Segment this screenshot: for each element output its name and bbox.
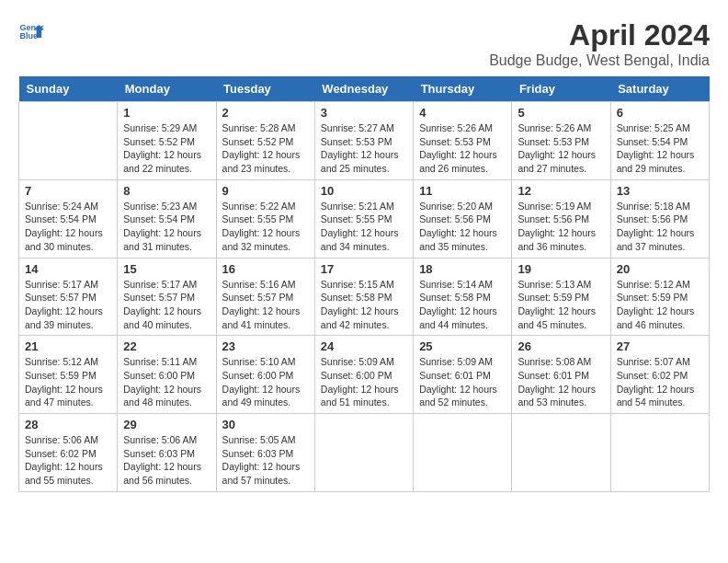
- calendar-cell: 10Sunrise: 5:21 AM Sunset: 5:55 PM Dayli…: [314, 179, 413, 258]
- weekday-header-thursday: Thursday: [414, 76, 512, 102]
- day-info: Sunrise: 5:23 AM Sunset: 5:54 PM Dayligh…: [123, 200, 210, 254]
- calendar-cell: [314, 414, 413, 492]
- day-number: 24: [321, 339, 407, 353]
- day-info: Sunrise: 5:12 AM Sunset: 5:59 PM Dayligh…: [25, 355, 111, 409]
- calendar-cell: 15Sunrise: 5:17 AM Sunset: 5:57 PM Dayli…: [118, 258, 216, 336]
- calendar-cell: [512, 414, 610, 492]
- day-info: Sunrise: 5:05 AM Sunset: 6:03 PM Dayligh…: [222, 433, 309, 488]
- day-info: Sunrise: 5:11 AM Sunset: 6:00 PM Dayligh…: [123, 355, 210, 409]
- day-info: Sunrise: 5:29 AM Sunset: 5:52 PM Dayligh…: [123, 121, 210, 176]
- day-number: 22: [123, 339, 210, 353]
- day-number: 26: [518, 339, 604, 353]
- header: General Blue April 2024 Budge Budge, Wes…: [18, 18, 710, 69]
- day-info: Sunrise: 5:19 AM Sunset: 5:56 PM Dayligh…: [518, 200, 604, 254]
- day-number: 25: [419, 339, 506, 353]
- day-info: Sunrise: 5:06 AM Sunset: 6:03 PM Dayligh…: [123, 433, 210, 488]
- day-number: 11: [419, 184, 506, 198]
- calendar-cell: 6Sunrise: 5:25 AM Sunset: 5:54 PM Daylig…: [610, 102, 709, 180]
- day-info: Sunrise: 5:18 AM Sunset: 5:56 PM Dayligh…: [617, 200, 703, 254]
- logo: General Blue: [18, 18, 44, 44]
- day-number: 2: [222, 106, 309, 120]
- weekday-header-sunday: Sunday: [19, 76, 118, 102]
- calendar-cell: 9Sunrise: 5:22 AM Sunset: 5:55 PM Daylig…: [216, 179, 314, 258]
- calendar-cell: [19, 102, 118, 180]
- calendar-cell: 24Sunrise: 5:09 AM Sunset: 6:00 PM Dayli…: [314, 336, 413, 414]
- subtitle: Budge Budge, West Bengal, India: [489, 52, 710, 69]
- calendar-cell: 23Sunrise: 5:10 AM Sunset: 6:00 PM Dayli…: [216, 336, 314, 414]
- calendar-cell: [414, 414, 512, 492]
- calendar-cell: 2Sunrise: 5:28 AM Sunset: 5:52 PM Daylig…: [216, 102, 314, 180]
- day-info: Sunrise: 5:25 AM Sunset: 5:54 PM Dayligh…: [617, 121, 703, 176]
- day-info: Sunrise: 5:21 AM Sunset: 5:55 PM Dayligh…: [321, 200, 407, 254]
- day-info: Sunrise: 5:07 AM Sunset: 6:02 PM Dayligh…: [617, 355, 703, 409]
- weekday-header-friday: Friday: [512, 76, 610, 102]
- calendar-cell: 11Sunrise: 5:20 AM Sunset: 5:56 PM Dayli…: [414, 179, 512, 258]
- weekday-header-monday: Monday: [118, 76, 216, 102]
- day-info: Sunrise: 5:28 AM Sunset: 5:52 PM Dayligh…: [222, 121, 309, 176]
- day-number: 10: [321, 184, 407, 198]
- calendar-cell: 16Sunrise: 5:16 AM Sunset: 5:57 PM Dayli…: [216, 258, 314, 336]
- calendar-cell: 5Sunrise: 5:26 AM Sunset: 5:53 PM Daylig…: [512, 102, 610, 180]
- weekday-header-wednesday: Wednesday: [314, 76, 413, 102]
- day-number: 13: [617, 184, 703, 198]
- day-info: Sunrise: 5:24 AM Sunset: 5:54 PM Dayligh…: [25, 200, 111, 254]
- day-number: 20: [617, 262, 703, 276]
- calendar-cell: 3Sunrise: 5:27 AM Sunset: 5:53 PM Daylig…: [314, 102, 413, 180]
- calendar-cell: 19Sunrise: 5:13 AM Sunset: 5:59 PM Dayli…: [512, 258, 610, 336]
- weekday-header-saturday: Saturday: [610, 76, 709, 102]
- day-number: 12: [518, 184, 604, 198]
- day-info: Sunrise: 5:13 AM Sunset: 5:59 PM Dayligh…: [518, 278, 604, 332]
- week-row-4: 28Sunrise: 5:06 AM Sunset: 6:02 PM Dayli…: [19, 414, 710, 492]
- day-info: Sunrise: 5:26 AM Sunset: 5:53 PM Dayligh…: [518, 121, 604, 176]
- calendar-cell: 14Sunrise: 5:17 AM Sunset: 5:57 PM Dayli…: [19, 258, 118, 336]
- calendar-cell: 13Sunrise: 5:18 AM Sunset: 5:56 PM Dayli…: [610, 179, 709, 258]
- day-number: 21: [25, 339, 111, 353]
- day-number: 28: [25, 418, 111, 431]
- weekday-header-tuesday: Tuesday: [216, 76, 314, 102]
- calendar-cell: 27Sunrise: 5:07 AM Sunset: 6:02 PM Dayli…: [610, 336, 709, 414]
- calendar-table: SundayMondayTuesdayWednesdayThursdayFrid…: [18, 76, 710, 492]
- day-info: Sunrise: 5:09 AM Sunset: 6:00 PM Dayligh…: [321, 355, 407, 409]
- day-info: Sunrise: 5:16 AM Sunset: 5:57 PM Dayligh…: [222, 278, 309, 332]
- day-info: Sunrise: 5:20 AM Sunset: 5:56 PM Dayligh…: [419, 200, 506, 254]
- week-row-2: 14Sunrise: 5:17 AM Sunset: 5:57 PM Dayli…: [19, 258, 710, 336]
- calendar-cell: 20Sunrise: 5:12 AM Sunset: 5:59 PM Dayli…: [610, 258, 709, 336]
- calendar-cell: 7Sunrise: 5:24 AM Sunset: 5:54 PM Daylig…: [19, 179, 118, 258]
- day-number: 3: [321, 106, 407, 120]
- day-number: 17: [321, 262, 407, 276]
- day-info: Sunrise: 5:06 AM Sunset: 6:02 PM Dayligh…: [25, 433, 111, 488]
- day-number: 29: [123, 418, 210, 431]
- day-info: Sunrise: 5:17 AM Sunset: 5:57 PM Dayligh…: [123, 278, 210, 332]
- day-number: 7: [25, 184, 111, 198]
- day-number: 19: [518, 262, 604, 276]
- week-row-1: 7Sunrise: 5:24 AM Sunset: 5:54 PM Daylig…: [19, 179, 710, 258]
- day-info: Sunrise: 5:26 AM Sunset: 5:53 PM Dayligh…: [419, 121, 506, 176]
- day-number: 23: [222, 339, 309, 353]
- calendar-cell: 17Sunrise: 5:15 AM Sunset: 5:58 PM Dayli…: [314, 258, 413, 336]
- day-number: 6: [617, 106, 703, 120]
- day-info: Sunrise: 5:08 AM Sunset: 6:01 PM Dayligh…: [518, 355, 604, 409]
- day-number: 30: [222, 418, 309, 431]
- calendar-cell: 18Sunrise: 5:14 AM Sunset: 5:58 PM Dayli…: [414, 258, 512, 336]
- day-number: 4: [419, 106, 506, 120]
- day-info: Sunrise: 5:12 AM Sunset: 5:59 PM Dayligh…: [617, 278, 703, 332]
- page-container: General Blue April 2024 Budge Budge, Wes…: [18, 18, 710, 492]
- main-title: April 2024: [489, 18, 710, 52]
- day-info: Sunrise: 5:14 AM Sunset: 5:58 PM Dayligh…: [419, 278, 506, 332]
- calendar-cell: 8Sunrise: 5:23 AM Sunset: 5:54 PM Daylig…: [118, 179, 216, 258]
- week-row-3: 21Sunrise: 5:12 AM Sunset: 5:59 PM Dayli…: [19, 336, 710, 414]
- calendar-cell: [610, 414, 709, 492]
- day-number: 15: [123, 262, 210, 276]
- calendar-cell: 22Sunrise: 5:11 AM Sunset: 6:00 PM Dayli…: [118, 336, 216, 414]
- day-info: Sunrise: 5:15 AM Sunset: 5:58 PM Dayligh…: [321, 278, 407, 332]
- day-info: Sunrise: 5:10 AM Sunset: 6:00 PM Dayligh…: [222, 355, 309, 409]
- weekday-header-row: SundayMondayTuesdayWednesdayThursdayFrid…: [19, 76, 710, 102]
- day-number: 9: [222, 184, 309, 198]
- calendar-cell: 1Sunrise: 5:29 AM Sunset: 5:52 PM Daylig…: [118, 102, 216, 180]
- day-number: 14: [25, 262, 111, 276]
- calendar-cell: 26Sunrise: 5:08 AM Sunset: 6:01 PM Dayli…: [512, 336, 610, 414]
- day-number: 1: [123, 106, 210, 120]
- calendar-cell: 12Sunrise: 5:19 AM Sunset: 5:56 PM Dayli…: [512, 179, 610, 258]
- calendar-cell: 30Sunrise: 5:05 AM Sunset: 6:03 PM Dayli…: [216, 414, 314, 492]
- day-number: 5: [518, 106, 604, 120]
